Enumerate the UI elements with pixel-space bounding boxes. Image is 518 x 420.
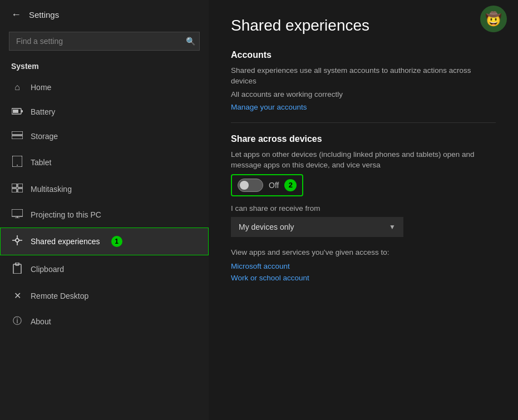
shared-experiences-icon (12, 235, 23, 248)
sidebar-item-clipboard[interactable]: Clipboard (0, 255, 209, 283)
share-section: Share across devices Let apps on other d… (231, 134, 496, 282)
sidebar-item-label: Clipboard (31, 265, 64, 274)
chevron-down-icon: ▼ (389, 223, 396, 231)
share-toggle-badge: 2 (284, 179, 297, 191)
search-box: 🔍 (9, 32, 200, 51)
receive-label: I can share or receive from (231, 204, 496, 213)
sidebar-item-label: Tablet (31, 158, 51, 167)
svg-rect-11 (12, 209, 23, 216)
svg-rect-3 (12, 131, 23, 135)
remote-desktop-icon: ✕ (12, 290, 23, 301)
tablet-icon (12, 156, 23, 169)
sidebar-item-shared-experiences[interactable]: Shared experiences 1 (0, 228, 209, 255)
projecting-icon (12, 209, 23, 220)
storage-icon (12, 131, 23, 141)
sidebar-item-battery[interactable]: Battery (0, 100, 209, 124)
svg-rect-9 (12, 189, 17, 192)
shared-experiences-badge: 1 (111, 236, 122, 247)
share-toggle[interactable] (238, 179, 263, 192)
svg-rect-2 (13, 110, 18, 113)
svg-rect-10 (18, 189, 23, 192)
sidebar-item-label: Remote Desktop (31, 291, 88, 300)
system-label: System (0, 60, 209, 75)
section-divider (231, 122, 496, 123)
sidebar-nav: ⌂ Home Battery Storage Tablet (0, 75, 209, 334)
toggle-track (238, 179, 263, 192)
sidebar-item-label: Projecting to this PC (31, 210, 101, 219)
back-button[interactable]: ← (11, 9, 21, 21)
home-icon: ⌂ (12, 82, 23, 92)
page-title: Shared experiences (231, 17, 496, 34)
sidebar-item-projecting[interactable]: Projecting to this PC (0, 202, 209, 228)
svg-point-6 (17, 165, 18, 166)
search-input[interactable] (9, 32, 200, 51)
toggle-thumb (240, 181, 249, 190)
svg-rect-1 (21, 110, 23, 112)
sidebar-item-label: Battery (31, 107, 55, 116)
search-icon[interactable]: 🔍 (186, 37, 195, 46)
accounts-section-title: Accounts (231, 50, 496, 60)
clipboard-icon (12, 263, 23, 276)
sidebar-item-about[interactable]: ⓘ About (0, 308, 209, 334)
microsoft-account-link[interactable]: Microsoft account (231, 262, 496, 270)
svg-point-14 (16, 239, 19, 242)
sidebar: ← Settings 🔍 System ⌂ Home Battery Stora… (0, 0, 209, 420)
settings-title: Settings (29, 10, 59, 19)
sidebar-item-home[interactable]: ⌂ Home (0, 75, 209, 100)
sidebar-item-storage[interactable]: Storage (0, 124, 209, 149)
accounts-description: Shared experiences use all system accoun… (231, 66, 496, 87)
share-section-title: Share across devices (231, 134, 496, 144)
sidebar-item-label: Storage (31, 132, 58, 141)
avatar: 🤠 (480, 6, 507, 32)
work-school-account-link[interactable]: Work or school account (231, 274, 496, 282)
about-icon: ⓘ (12, 315, 23, 327)
apps-access-label: View apps and services you've given acce… (231, 248, 496, 256)
accounts-status: All accounts are working correctly (231, 90, 496, 98)
battery-icon (12, 107, 23, 117)
sidebar-item-multitasking[interactable]: Multitasking (0, 176, 209, 202)
devices-dropdown[interactable]: My devices only ▼ (231, 217, 403, 237)
manage-accounts-link[interactable]: Manage your accounts (231, 103, 496, 111)
multitasking-icon (12, 184, 23, 195)
sidebar-item-label: Home (31, 83, 51, 92)
svg-rect-4 (12, 136, 23, 139)
svg-rect-8 (18, 184, 23, 187)
sidebar-item-tablet[interactable]: Tablet (0, 149, 209, 176)
sidebar-item-label: Shared experiences (31, 237, 100, 246)
svg-rect-7 (12, 184, 17, 187)
main-content: 🤠 Shared experiences Accounts Shared exp… (209, 0, 518, 420)
sidebar-header: ← Settings (0, 0, 209, 29)
share-description: Let apps on other devices (including lin… (231, 150, 496, 171)
share-toggle-container: Off 2 (231, 174, 303, 196)
sidebar-item-label: About (31, 317, 51, 326)
dropdown-value: My devices only (239, 223, 294, 231)
sidebar-item-label: Multitasking (31, 185, 72, 194)
accounts-section: Accounts Shared experiences use all syst… (231, 50, 496, 111)
sidebar-item-remote-desktop[interactable]: ✕ Remote Desktop (0, 283, 209, 308)
toggle-label: Off (269, 181, 279, 190)
